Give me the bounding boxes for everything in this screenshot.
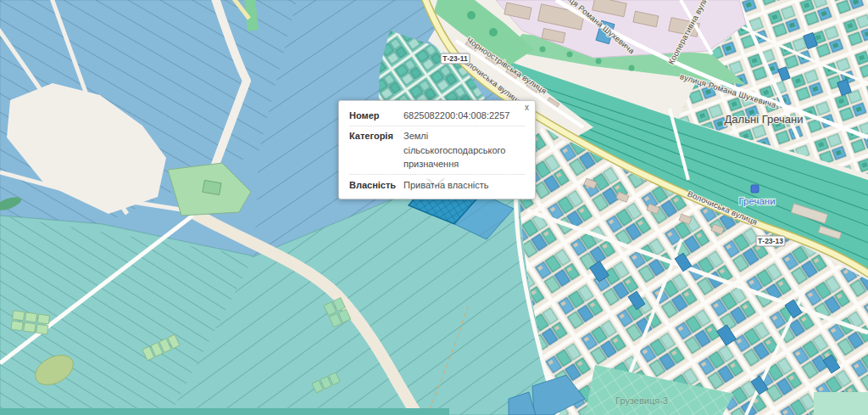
popup-close-button[interactable]: x — [525, 102, 529, 114]
popup-row-number: Номер 6825082200:04:008:2257 — [349, 105, 525, 126]
popup-arrow — [426, 177, 445, 185]
popup-row-label: Власність — [349, 178, 400, 193]
popup-row-label: Категорія — [349, 129, 400, 171]
railway-station-icon — [751, 185, 759, 193]
cadastral-map-screen: Волочиська вулиця Волочиська вулиця Чорн… — [0, 0, 868, 415]
svg-text:Т-23-13: Т-23-13 — [758, 237, 783, 245]
popup-row-category: Категорія Землі сільськогосподарського п… — [349, 126, 525, 175]
place-label-hrechany-station: Гречани — [738, 196, 775, 206]
parcel-ownership-value: Приватна власність — [403, 178, 525, 193]
popup-row-label: Номер — [349, 109, 400, 123]
place-label-dalni-hrechany: Дальні Гречани — [725, 113, 804, 126]
svg-text:Т-23-11: Т-23-11 — [442, 54, 468, 63]
road-shield-t-23-11: Т-23-11 — [441, 53, 470, 64]
parcel-category-value: Землі сільськогосподарського призначення — [403, 129, 525, 171]
road-shield-t-23-13: Т-23-13 — [756, 236, 785, 246]
place-label-huzevytsia: Грузевиця-3 — [615, 395, 668, 406]
cadastral-map[interactable]: Волочиська вулиця Волочиська вулиця Чорн… — [0, 0, 868, 415]
parcel-number-value: 6825082200:04:008:2257 — [403, 109, 525, 123]
dark-teal-strip — [0, 408, 449, 415]
